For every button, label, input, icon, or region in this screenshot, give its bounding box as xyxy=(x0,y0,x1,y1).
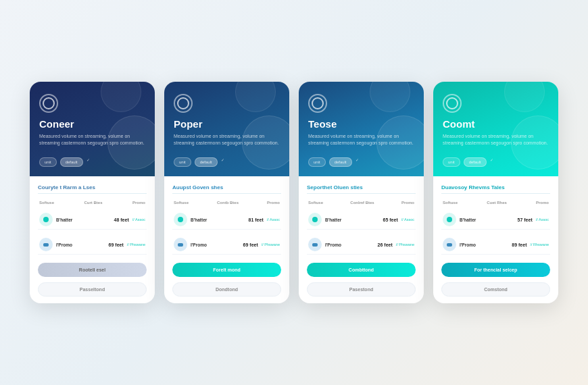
table-column-header: Softuse xyxy=(308,201,323,205)
table-column-header: Curt Btes xyxy=(84,201,102,205)
row-value: 48 feet xyxy=(114,217,129,222)
table-header: SoftuseContb BtesPromo xyxy=(172,201,281,205)
decorative-circle-2 xyxy=(370,82,410,112)
table-row: B'hatter48 feet// Assoc xyxy=(38,210,147,230)
row-icon-inner xyxy=(43,243,49,247)
row-info: I'Promo xyxy=(460,242,508,247)
row-value: 69 feet xyxy=(109,242,124,247)
card-cta-secondary[interactable]: Dondtond xyxy=(172,282,281,297)
decorative-circle-2 xyxy=(235,82,276,112)
row-info: B'hatter xyxy=(325,217,380,222)
row-value: 89 feet xyxy=(512,242,526,247)
card-header-btn-2[interactable]: default xyxy=(464,157,487,167)
check-icon: ✓ xyxy=(356,157,359,167)
row-icon-teal xyxy=(308,213,322,226)
row-info: I'Promo xyxy=(325,242,374,247)
row-info: I'Promo xyxy=(56,242,105,247)
row-icon-teal xyxy=(174,213,187,226)
table-header: SoftuseCurt BtesPromo xyxy=(38,201,147,205)
row-info: I'Promo xyxy=(191,242,240,247)
card-header-btn-1[interactable]: unit xyxy=(174,157,191,167)
card-body-3: Seporthet Oluen stiesSoftuseConlmf BtesP… xyxy=(299,176,424,303)
table-header: SoftuseCuet RhesPromo xyxy=(441,201,550,205)
row-name: I'Promo xyxy=(325,242,374,247)
card-body-4: Duavosoy Rhevms TalesSoftuseCuet RhesPro… xyxy=(433,176,558,303)
row-change: // Phswane xyxy=(127,242,145,247)
table-column-header: Softuse xyxy=(174,201,189,205)
row-name: B'hatter xyxy=(460,217,514,222)
table-column-header: Softuse xyxy=(443,201,458,205)
card-section-title: Seporthet Oluen sties xyxy=(307,184,416,194)
row-change: // Assoc xyxy=(132,217,145,222)
card-title: Poper xyxy=(174,118,203,130)
card-header-btn-2[interactable]: default xyxy=(195,157,218,167)
card-header-btn-1[interactable]: unit xyxy=(443,157,460,167)
row-change: // Assoc xyxy=(536,217,549,222)
decorative-circle-2 xyxy=(101,82,141,112)
row-change: // Phswane xyxy=(262,242,280,247)
row-name: I'Promo xyxy=(460,242,508,247)
row-change: // Assoc xyxy=(267,217,280,222)
card-description: Measured volume on streaming, volume on … xyxy=(308,133,414,147)
row-name: I'Promo xyxy=(191,242,240,247)
check-icon: ✓ xyxy=(221,157,224,167)
row-icon-inner xyxy=(447,217,452,222)
row-icon-blue xyxy=(39,238,53,251)
table-row: I'Promo69 feet// Phswane xyxy=(38,235,147,255)
row-info: B'hatter xyxy=(191,217,245,222)
row-icon-inner xyxy=(178,217,183,222)
pricing-card-3: TeoseMeasured volume on streaming, volum… xyxy=(299,82,424,303)
row-icon-inner xyxy=(447,243,452,247)
card-cta-secondary[interactable]: Comstond xyxy=(441,282,550,297)
row-name: B'hatter xyxy=(56,217,111,222)
row-icon-teal xyxy=(39,213,53,226)
card-section-title: Duavosoy Rhevms Tales xyxy=(441,184,550,194)
row-name: B'hatter xyxy=(191,217,245,222)
card-title: Teose xyxy=(308,118,337,130)
card-cta-primary[interactable]: Forelt mond xyxy=(172,263,281,277)
row-value: 65 feet xyxy=(383,217,398,222)
check-icon: ✓ xyxy=(490,157,493,167)
card-cta-primary[interactable]: For thencial selcep xyxy=(441,263,550,277)
decorative-circle-2 xyxy=(504,82,545,112)
row-change: // Phswane xyxy=(396,242,414,247)
card-cta-primary[interactable]: Combttond xyxy=(307,263,416,277)
card-title: Coneer xyxy=(39,118,74,130)
card-header-btn-1[interactable]: unit xyxy=(39,157,57,167)
table-row: I'Promo69 feet// Phswane xyxy=(172,235,281,255)
row-icon-blue xyxy=(308,238,322,251)
table-header: SoftuseConlmf BtesPromo xyxy=(307,201,416,205)
row-icon-inner xyxy=(178,243,183,247)
card-icon-ring xyxy=(39,94,58,113)
table-column-header: Softuse xyxy=(39,201,54,205)
card-header-btn-2[interactable]: default xyxy=(329,157,352,167)
row-info: B'hatter xyxy=(56,217,111,222)
row-icon-blue xyxy=(174,238,187,251)
card-icon-ring xyxy=(174,94,193,113)
card-body-2: Auupst Goven shesSoftuseContb BtesPromoB… xyxy=(164,176,289,303)
table-column-header: Conlmf Btes xyxy=(350,201,374,205)
card-header-btn-1[interactable]: unit xyxy=(308,157,326,167)
card-description: Measured volume on streaming, volume on … xyxy=(39,133,145,147)
card-title: Coomt xyxy=(443,118,475,130)
card-header-btn-2[interactable]: default xyxy=(60,157,83,167)
table-column-header: Contb Btes xyxy=(217,201,239,205)
card-header-buttons: unitdefault ✓ xyxy=(174,157,224,167)
pricing-cards-container: ConeerMeasured volume on streaming, volu… xyxy=(16,68,572,317)
pricing-card-4: CoomtMeasured volume on streaming, volum… xyxy=(433,82,558,303)
table-row: I'Promo89 feet// Rhswane xyxy=(441,235,550,255)
table-column-header: Promo xyxy=(267,201,280,205)
card-body-1: Couryte t Rarm a LsesSoftuseCurt BtesPro… xyxy=(30,176,155,303)
card-icon-ring xyxy=(308,94,327,113)
table-column-header: Promo xyxy=(401,201,414,205)
row-name: I'Promo xyxy=(56,242,105,247)
pricing-card-1: ConeerMeasured volume on streaming, volu… xyxy=(30,82,155,303)
card-description: Measured volume on streaming, volume on … xyxy=(443,133,549,147)
card-icon-ring xyxy=(443,94,462,113)
table-row: B'hatter65 feet// Assoc xyxy=(307,210,416,230)
card-cta-secondary[interactable]: Passeltond xyxy=(38,282,147,297)
card-header-buttons: unitdefault ✓ xyxy=(443,157,493,167)
card-cta-primary[interactable]: Rootell esel xyxy=(38,263,147,277)
card-cta-secondary[interactable]: Pasestond xyxy=(307,282,416,297)
table-row: B'hatter81 feet// Assoc xyxy=(172,210,281,230)
